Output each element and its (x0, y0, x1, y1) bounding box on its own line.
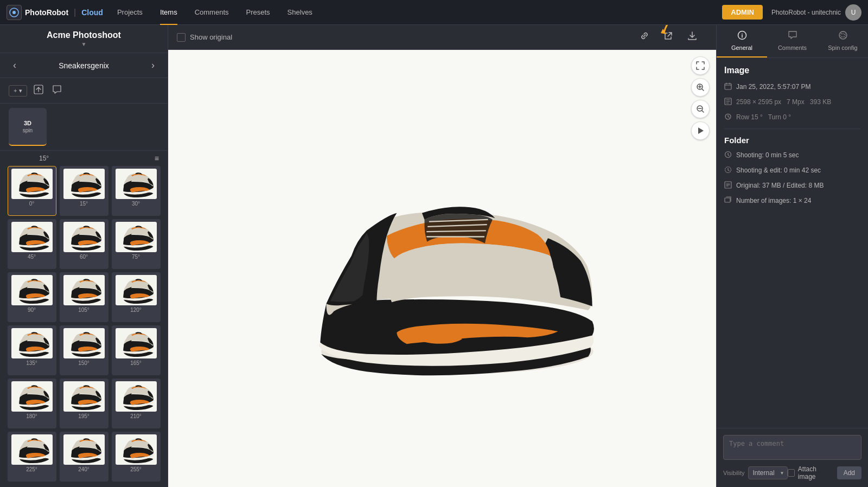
upload-button[interactable] (31, 82, 46, 99)
thumbnail-10[interactable]: 150° (60, 325, 108, 375)
calendar-icon (724, 82, 732, 92)
tab-spin-config-label: Spin config (828, 44, 857, 51)
dimensions-text: 2598 × 2595 px 7 Mpx 393 KB (736, 97, 831, 107)
shoe-image-svg (266, 149, 618, 388)
thumbnail-4[interactable]: 60° (60, 219, 108, 269)
thumb-image-6 (11, 275, 53, 305)
fullscreen-button[interactable] (691, 56, 710, 75)
thumb-label-10: 150° (78, 360, 90, 366)
nav-presets[interactable]: Presets (239, 0, 278, 25)
zoom-in-button[interactable] (691, 78, 710, 97)
thumbnail-14[interactable]: 210° (112, 379, 161, 428)
thumbnail-6[interactable]: 90° (8, 272, 56, 322)
svg-marker-29 (698, 127, 704, 134)
thumb-label-9: 135° (26, 360, 37, 366)
thumb-label-14: 210° (130, 413, 142, 419)
rotation-row: Row 15 ° Turn 0 ° (724, 112, 860, 122)
thumbnails-menu-button[interactable]: ≡ (155, 154, 159, 163)
spin-card[interactable]: 3D spin (9, 108, 47, 146)
images-count-icon (724, 196, 732, 206)
show-original-label[interactable]: Show original (177, 33, 232, 42)
visibility-label: Visibility (723, 470, 745, 476)
attach-label: Attach image (798, 465, 834, 480)
download-button[interactable] (684, 27, 701, 47)
thumbnails-grid: 0° 15° 30° (0, 166, 168, 487)
visibility-select[interactable]: Internal Public Private (748, 466, 788, 479)
svg-rect-37 (725, 198, 730, 202)
thumb-label-17: 255° (130, 466, 142, 472)
project-header: Acme Photoshoot ▼ (0, 25, 168, 53)
shooting-time-icon (724, 151, 732, 160)
thumb-label-15: 225° (26, 466, 37, 472)
thumbnail-15[interactable]: 225° (8, 432, 56, 482)
thumbnail-3[interactable]: 45° (8, 219, 56, 269)
dimensions-row: 2598 × 2595 px 7 Mpx 393 KB (724, 97, 860, 107)
images-count-text: Number of images: 1 × 24 (736, 196, 811, 206)
thumbnail-11[interactable]: 165° (112, 325, 161, 375)
project-dropdown-icon: ▼ (9, 41, 159, 47)
folder-section-title: Folder (724, 136, 860, 145)
thumbnail-1[interactable]: 15° (60, 166, 108, 216)
item-navigation: ‹ Sneakersgenix › (0, 53, 168, 78)
thumb-image-2 (116, 169, 157, 199)
nav-items[interactable]: Items (152, 0, 185, 25)
thumbnail-9[interactable]: 135° (8, 325, 56, 375)
thumbnail-8[interactable]: 120° (112, 272, 161, 322)
item-name: Sneakersgenix (59, 61, 109, 70)
thumb-label-3: 45° (28, 254, 36, 260)
thumbnail-7[interactable]: 105° (60, 272, 108, 322)
image-section-title: Image (724, 66, 860, 75)
visibility-area: Visibility Internal Public Private (723, 466, 788, 479)
file-size-text: Original: 37 MB / Edited: 8 MB (736, 181, 824, 190)
thumbnail-12[interactable]: 180° (8, 379, 56, 428)
plus-icon: + (14, 87, 17, 94)
attach-checkbox[interactable] (788, 469, 795, 477)
link-codes-button[interactable] (636, 27, 653, 47)
add-comment-button[interactable]: Add (837, 466, 861, 479)
thumbnail-5[interactable]: 75° (112, 219, 161, 269)
next-item-button[interactable]: › (147, 57, 159, 73)
tab-spin-config[interactable]: Spin config (818, 25, 868, 57)
nav-shelves[interactable]: Shelves (280, 0, 320, 25)
tab-general[interactable]: General (717, 25, 767, 57)
thumbnail-2[interactable]: 30° (112, 166, 161, 216)
thumbnails-header: 15° ≡ (0, 151, 168, 166)
thumb-label-1: 15° (80, 201, 88, 207)
shooting-time-text: Shooting: 0 min 5 sec (736, 150, 799, 160)
thumb-image-3 (11, 222, 53, 252)
thumbnail-17[interactable]: 255° (112, 432, 161, 482)
shooting-edit-icon (724, 166, 732, 175)
nav-projects[interactable]: Projects (110, 0, 150, 25)
external-link-button[interactable] (660, 27, 677, 47)
shooting-time-row: Shooting: 0 min 5 sec (724, 150, 860, 160)
date-row: Jan 25, 2022, 5:57:07 PM (724, 82, 860, 92)
thumb-label-5: 75° (132, 254, 140, 260)
logo-text: PhotoRobot (25, 8, 68, 17)
image-toolbar: Show original Links & Codes (168, 25, 716, 50)
zoom-out-button[interactable] (691, 100, 710, 118)
comment-input[interactable] (723, 435, 861, 460)
thumbnail-0[interactable]: 0° (8, 166, 56, 216)
tab-general-label: General (731, 44, 752, 51)
thumb-image-12 (11, 381, 53, 412)
prev-item-button[interactable]: ‹ (9, 57, 21, 73)
date-text: Jan 25, 2022, 5:57:07 PM (736, 82, 810, 92)
tab-comments[interactable]: Comments (767, 25, 818, 57)
comment-button[interactable] (50, 82, 64, 99)
play-button[interactable] (691, 121, 710, 140)
admin-button[interactable]: ADMIN (722, 5, 763, 20)
main-image (266, 146, 618, 390)
project-name: Acme Photoshoot (9, 30, 159, 40)
left-sidebar: Acme Photoshoot ▼ ‹ Sneakersgenix › + ▾ (0, 25, 168, 487)
user-info: PhotoRobot - unitechnic U (771, 4, 861, 21)
panel-content: Image Jan 25, 2022, 5:57:07 PM 2598 × 25… (717, 58, 868, 428)
add-item-button[interactable]: + ▾ (9, 85, 27, 97)
thumb-label-6: 90° (28, 307, 36, 313)
cloud-link[interactable]: Cloud (81, 8, 103, 17)
show-original-checkbox[interactable] (177, 33, 186, 42)
nav-comments[interactable]: Comments (187, 0, 237, 25)
item-actions: + ▾ (0, 78, 168, 104)
thumbnail-16[interactable]: 240° (60, 432, 108, 482)
thumbnail-13[interactable]: 195° (60, 379, 108, 428)
thumb-label-7: 105° (78, 307, 90, 313)
